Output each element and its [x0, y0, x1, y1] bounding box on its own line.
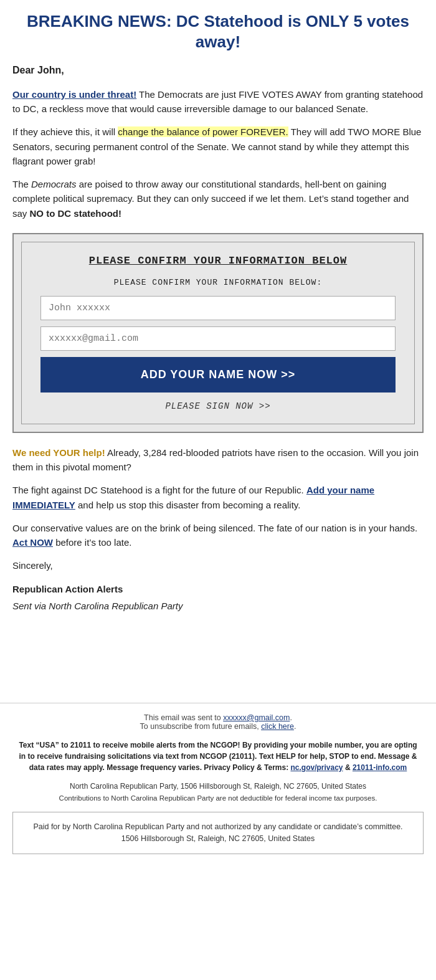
- post-form-para1: We need YOUR help! Already, 3,284 red-bl…: [12, 445, 424, 475]
- sincerely: Sincerely,: [12, 558, 424, 573]
- footer-no-deduct: Contributions to North Carolina Republic…: [12, 794, 424, 802]
- footer-ampersand: &: [343, 763, 353, 772]
- post-form-para2: The fight against DC Statehood is a figh…: [12, 483, 424, 512]
- unsubscribe-link[interactable]: click here: [261, 722, 294, 731]
- sign-now-text: PLEASE SIGN NOW >>: [40, 401, 396, 411]
- headline: BREAKING NEWS: DC Statehood is ONLY 5 vo…: [12, 11, 424, 52]
- paragraph-2: If they achieve this, it will change the…: [12, 125, 424, 168]
- form-outer-box: PLEASE CONFIRM YOUR INFORMATION BELOW PL…: [12, 233, 424, 433]
- footer-paid-for: Paid for by North Carolina Republican Pa…: [12, 812, 424, 854]
- post-para3-part1: Our conservative values are on the brink…: [12, 523, 417, 533]
- form-inner-box: PLEASE CONFIRM YOUR INFORMATION BELOW PL…: [21, 242, 415, 424]
- post-form-para3: Our conservative values are on the brink…: [12, 521, 424, 550]
- form-subtitle: PLEASE CONFIRM YOUR INFORMATION BELOW:: [40, 278, 396, 287]
- org-name: Republican Action Alerts: [12, 582, 424, 596]
- para3-bold: NO to DC statehood!: [30, 208, 122, 219]
- privacy-link[interactable]: nc.gov/privacy: [291, 763, 343, 772]
- para2-highlight: change the balance of power FOREVER.: [118, 126, 288, 137]
- headline-rest: DC Statehood is ONLY 5 votes away!: [172, 12, 409, 51]
- para3-italic: Democrats: [31, 179, 77, 189]
- threat-link[interactable]: Our country is under threat!: [12, 89, 136, 100]
- post-para3-rest: before it’s too late.: [53, 537, 131, 548]
- terms-link[interactable]: 21011-info.com: [353, 763, 407, 772]
- para3-part1: The: [12, 179, 31, 189]
- spacer: [12, 622, 424, 672]
- we-need-label: We need YOUR help!: [12, 447, 105, 458]
- unsub-text: To unsubscribe from future emails,: [140, 722, 262, 731]
- footer-address: North Carolina Republican Party, 1506 Hi…: [0, 782, 436, 791]
- name-input[interactable]: [40, 296, 396, 320]
- footer-email-section: This email was sent to xxxxxx@gmail.com.…: [0, 703, 436, 731]
- add-name-button[interactable]: ADD YOUR NAME NOW >>: [40, 357, 396, 392]
- greeting: Dear John,: [12, 63, 424, 78]
- para2-part1: If they achieve this, it will: [12, 126, 118, 137]
- paragraph-1: Our country is under threat! The Democra…: [12, 87, 424, 117]
- form-title-main: PLEASE CONFIRM YOUR INFORMATION BELOW: [40, 255, 396, 267]
- footer-email-link[interactable]: xxxxxx@gmail.com: [223, 713, 290, 722]
- act-now-link[interactable]: Act NOW: [12, 537, 53, 548]
- email-input[interactable]: [40, 326, 396, 351]
- post-para2-rest: and help us stop this disaster from beco…: [75, 500, 301, 510]
- breaking-news-label: BREAKING NEWS:: [27, 12, 172, 31]
- post-para2-part1: The fight against DC Statehood is a figh…: [12, 485, 306, 495]
- email-sent-text: This email was sent to: [144, 713, 223, 722]
- sent-via: Sent via North Carolina Republican Party: [12, 599, 424, 613]
- paragraph-3: The Democrats are poised to throw away o…: [12, 177, 424, 221]
- footer-sms-section: Text “USA” to 21011 to receive mobile al…: [19, 740, 417, 773]
